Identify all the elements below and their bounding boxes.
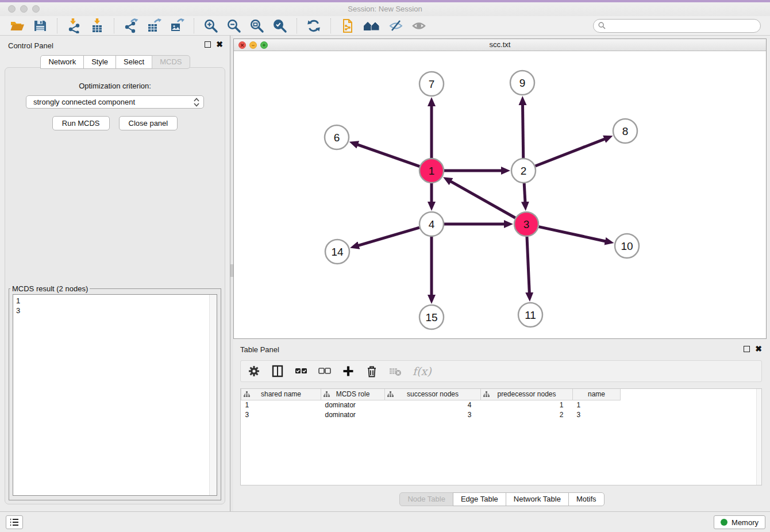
network-window-titlebar: ✕ − + scc.txt xyxy=(234,39,766,51)
first-neighbors-button[interactable] xyxy=(363,18,380,33)
tab-node-table[interactable]: Node Table xyxy=(399,492,453,506)
column-header-MCDS-role[interactable]: MCDS role xyxy=(321,389,385,400)
deselect-all-rows-button[interactable] xyxy=(318,365,331,377)
cell-MCDS-role[interactable]: dominator xyxy=(321,400,385,410)
window-titlebar: Session: New Session xyxy=(0,2,770,16)
zoom-out-button[interactable] xyxy=(226,18,241,33)
select-stepper-icon xyxy=(193,97,200,107)
search-input[interactable] xyxy=(609,21,756,30)
column-header-shared-name[interactable]: shared name xyxy=(241,389,321,400)
tab-network-table[interactable]: Network Table xyxy=(506,492,569,506)
close-panel-icon[interactable]: ✖ xyxy=(216,41,223,48)
float-table-panel-icon[interactable] xyxy=(744,346,750,352)
minimize-window-button[interactable] xyxy=(20,5,28,13)
node-table-grid[interactable]: shared nameMCDS rolesuccessor nodesprede… xyxy=(241,389,621,419)
node-label-2: 2 xyxy=(521,165,527,177)
table-panel-tabs: Node TableEdge TableNetwork TableMotifs xyxy=(233,492,770,506)
manage-columns-button[interactable] xyxy=(271,365,284,377)
add-column-button[interactable] xyxy=(342,365,355,377)
status-bar: Memory xyxy=(0,511,770,532)
export-table-button[interactable] xyxy=(147,18,161,33)
export-network-button[interactable] xyxy=(124,18,138,33)
show-all-button[interactable] xyxy=(411,18,426,33)
table-panel: Table Panel ✖ f(x) shared nameMCDS roles… xyxy=(233,342,770,511)
cell-predecessor-nodes[interactable]: 1 xyxy=(481,400,573,410)
delete-table-button[interactable] xyxy=(389,365,402,377)
tab-select[interactable]: Select xyxy=(116,55,152,69)
hide-selected-button[interactable] xyxy=(388,18,403,33)
import-network-button[interactable] xyxy=(67,18,82,33)
tab-network[interactable]: Network xyxy=(40,55,84,69)
node-label-7: 7 xyxy=(429,78,435,90)
memory-status-dot xyxy=(721,519,727,526)
import-table-button[interactable] xyxy=(90,18,105,33)
delete-column-button[interactable] xyxy=(365,365,378,377)
close-window-button[interactable] xyxy=(8,5,16,13)
column-header-predecessor-nodes[interactable]: predecessor nodes xyxy=(481,389,573,400)
open-file-button[interactable] xyxy=(10,18,25,33)
toolbar-separator xyxy=(330,18,331,33)
save-icon xyxy=(33,18,48,33)
edge-4-14[interactable] xyxy=(358,228,419,245)
table-row[interactable]: 1dominator411 xyxy=(241,400,621,410)
cell-name[interactable]: 3 xyxy=(573,410,621,419)
window-traffic-lights xyxy=(8,5,40,13)
cell-shared-name[interactable]: 1 xyxy=(241,400,321,410)
tab-mcds[interactable]: MCDS xyxy=(152,55,190,69)
close-panel-button[interactable]: Close panel xyxy=(119,116,178,130)
export-image-icon xyxy=(170,18,184,33)
zoom-in-button[interactable] xyxy=(203,18,218,33)
network-close-button[interactable]: ✕ xyxy=(238,41,246,49)
cell-successor-nodes[interactable]: 4 xyxy=(385,400,481,410)
zoom-selected-button[interactable] xyxy=(272,18,287,33)
result-scrollbar[interactable] xyxy=(209,295,217,495)
mcds-result-area[interactable]: 1 3 xyxy=(13,294,217,496)
select-all-rows-button[interactable] xyxy=(295,365,307,377)
new-network-document-icon xyxy=(340,18,355,33)
memory-button[interactable]: Memory xyxy=(714,515,765,529)
network-window: ✕ − + scc.txt 7968124314101511 xyxy=(233,38,767,339)
network-maximize-button[interactable]: + xyxy=(260,41,268,49)
network-minimize-button[interactable]: − xyxy=(249,41,257,49)
zoom-fit-button[interactable] xyxy=(249,18,264,33)
criterion-select[interactable]: strongly connected component xyxy=(26,95,204,109)
table-scrollbar[interactable] xyxy=(756,389,761,485)
column-header-successor-nodes[interactable]: successor nodes xyxy=(385,389,481,400)
table-settings-button[interactable] xyxy=(248,365,260,377)
node-label-1: 1 xyxy=(429,165,435,177)
import-table-icon xyxy=(90,18,105,33)
edge-2-8[interactable] xyxy=(535,139,605,166)
table-row[interactable]: 3dominator323 xyxy=(241,410,621,419)
network-graph[interactable]: 7968124314101511 xyxy=(234,51,766,338)
edge-3-1[interactable] xyxy=(451,182,515,218)
edge-3-10[interactable] xyxy=(538,227,605,241)
edge-2-9[interactable] xyxy=(522,105,523,158)
cell-MCDS-role[interactable]: dominator xyxy=(321,410,385,419)
tab-edge-table[interactable]: Edge Table xyxy=(453,492,506,506)
save-session-button[interactable] xyxy=(33,18,48,33)
maximize-window-button[interactable] xyxy=(32,5,40,13)
run-mcds-button[interactable]: Run MCDS xyxy=(52,116,110,130)
column-header-name[interactable]: name xyxy=(573,389,621,400)
cell-shared-name[interactable]: 3 xyxy=(241,410,321,419)
zoom-out-icon xyxy=(226,18,241,33)
refresh-view-button[interactable] xyxy=(306,18,321,33)
close-table-panel-icon[interactable]: ✖ xyxy=(755,345,762,352)
cell-name[interactable]: 1 xyxy=(573,400,621,410)
edge-2-3[interactable] xyxy=(524,183,525,202)
cell-successor-nodes[interactable]: 3 xyxy=(385,410,481,419)
edge-1-6[interactable] xyxy=(357,145,419,167)
node-table-header: shared nameMCDS rolesuccessor nodesprede… xyxy=(241,389,621,400)
float-panel-icon[interactable] xyxy=(205,41,211,48)
refresh-icon xyxy=(306,18,321,33)
cell-predecessor-nodes[interactable]: 2 xyxy=(481,410,573,419)
export-image-button[interactable] xyxy=(170,18,184,33)
zoom-selected-icon xyxy=(272,18,287,33)
apply-function-button[interactable]: f(x) xyxy=(413,365,432,377)
task-history-button[interactable] xyxy=(6,515,23,529)
tab-motifs[interactable]: Motifs xyxy=(568,492,605,506)
columns-icon xyxy=(271,365,284,377)
tab-style[interactable]: Style xyxy=(83,55,116,69)
new-network-from-selection-button[interactable] xyxy=(340,18,355,33)
edge-3-11[interactable] xyxy=(527,237,529,293)
